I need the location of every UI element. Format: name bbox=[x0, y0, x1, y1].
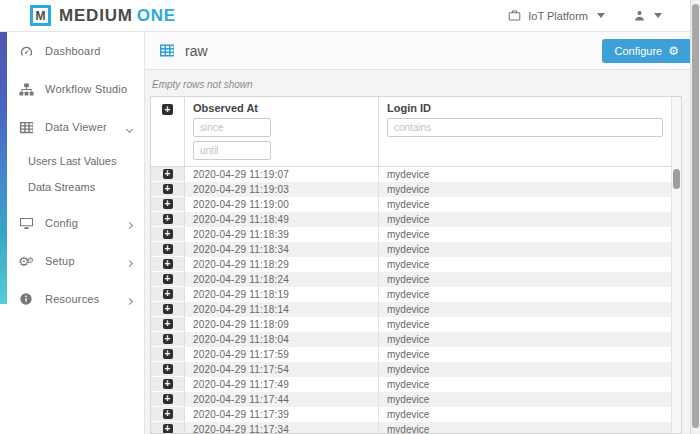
expand-row-button[interactable] bbox=[163, 229, 173, 239]
sidebar-item-label: Setup bbox=[45, 255, 75, 267]
sidebar-nav: Dashboard Workflow Studio Data Viewer bbox=[0, 32, 144, 318]
top-header-bar: M MEDIUMONE IoT Platform bbox=[0, 0, 700, 32]
expand-cell bbox=[151, 167, 185, 182]
observed-at-cell: 2020-04-29 11:17:49 bbox=[185, 377, 379, 392]
contains-filter-input[interactable] bbox=[387, 118, 663, 137]
login-id-cell: mydevice bbox=[379, 407, 671, 422]
expand-all-column-header bbox=[151, 97, 185, 166]
expand-cell bbox=[151, 197, 185, 212]
expand-row-button[interactable] bbox=[163, 274, 173, 284]
table-grid-icon-blue bbox=[159, 42, 175, 59]
table-grid-icon bbox=[18, 120, 34, 135]
data-table: Observed At Login ID bbox=[150, 96, 682, 434]
sidebar-item-label: Resources bbox=[45, 293, 99, 305]
observed-at-cell: 2020-04-29 11:18:29 bbox=[185, 257, 379, 272]
brand-logo[interactable]: M MEDIUMONE bbox=[30, 5, 176, 26]
expand-row-button[interactable] bbox=[163, 334, 173, 344]
expand-row-button[interactable] bbox=[163, 319, 173, 329]
expand-cell bbox=[151, 422, 185, 433]
login-id-column-header: Login ID bbox=[379, 97, 671, 166]
sidebar-item-users-last-values[interactable]: Users Last Values bbox=[0, 148, 144, 174]
expand-row-button[interactable] bbox=[163, 289, 173, 299]
observed-at-cell: 2020-04-29 11:17:39 bbox=[185, 407, 379, 422]
info-circle-icon bbox=[18, 292, 34, 306]
empty-rows-note: Empty rows not shown bbox=[145, 70, 700, 96]
sidebar-item-setup[interactable]: Setup bbox=[0, 242, 144, 280]
table-row: 2020-04-29 11:17:34 mydevice bbox=[151, 422, 671, 433]
table-row: 2020-04-29 11:17:49 mydevice bbox=[151, 377, 671, 392]
table-row: 2020-04-29 11:18:14 mydevice bbox=[151, 302, 671, 317]
medium-one-logo-icon: M bbox=[30, 5, 51, 26]
table-scrollbar bbox=[671, 97, 681, 433]
until-filter-input[interactable] bbox=[193, 141, 271, 160]
table-row: 2020-04-29 11:18:24 mydevice bbox=[151, 272, 671, 287]
expand-row-button[interactable] bbox=[163, 364, 173, 374]
brand-medium: MEDIUM bbox=[59, 6, 133, 25]
sidebar-item-resources[interactable]: Resources bbox=[0, 280, 144, 318]
expand-row-button[interactable] bbox=[163, 214, 173, 224]
page-title: raw bbox=[185, 43, 208, 59]
observed-at-cell: 2020-04-29 11:18:49 bbox=[185, 212, 379, 227]
expand-cell bbox=[151, 362, 185, 377]
expand-cell bbox=[151, 377, 185, 392]
sidebar-item-workflow-studio[interactable]: Workflow Studio bbox=[0, 70, 144, 108]
expand-row-button[interactable] bbox=[163, 304, 173, 314]
logo-letter: M bbox=[36, 9, 46, 23]
sidebar-item-data-viewer[interactable]: Data Viewer bbox=[0, 108, 144, 146]
platform-selector[interactable]: IoT Platform bbox=[506, 9, 605, 22]
user-menu[interactable] bbox=[631, 9, 662, 22]
expand-cell bbox=[151, 287, 185, 302]
observed-at-cell: 2020-04-29 11:19:07 bbox=[185, 167, 379, 182]
since-filter-input[interactable] bbox=[193, 118, 271, 137]
sidebar-item-data-streams[interactable]: Data Streams bbox=[0, 174, 144, 200]
page-scrollbar-thumb[interactable] bbox=[692, 4, 699, 428]
topbar-right-controls: IoT Platform bbox=[506, 9, 662, 22]
configure-button[interactable]: Configure bbox=[602, 39, 692, 63]
expand-cell bbox=[151, 182, 185, 197]
observed-at-cell: 2020-04-29 11:18:24 bbox=[185, 272, 379, 287]
table-body: 2020-04-29 11:19:07 mydevice 2020-04-29 … bbox=[151, 167, 671, 433]
login-id-cell: mydevice bbox=[379, 392, 671, 407]
login-id-cell: mydevice bbox=[379, 242, 671, 257]
table-row: 2020-04-29 11:19:03 mydevice bbox=[151, 182, 671, 197]
expand-row-button[interactable] bbox=[163, 394, 173, 404]
table-row: 2020-04-29 11:17:39 mydevice bbox=[151, 407, 671, 422]
table-row: 2020-04-29 11:17:59 mydevice bbox=[151, 347, 671, 362]
brand-one: ONE bbox=[137, 6, 176, 25]
expand-row-button[interactable] bbox=[163, 259, 173, 269]
briefcase-icon bbox=[506, 9, 522, 22]
observed-at-cell: 2020-04-29 11:18:19 bbox=[185, 287, 379, 302]
table-row: 2020-04-29 11:18:09 mydevice bbox=[151, 317, 671, 332]
table-row: 2020-04-29 11:19:07 mydevice bbox=[151, 167, 671, 182]
chevron-down-icon bbox=[597, 13, 605, 18]
chevron-right-icon bbox=[127, 290, 132, 308]
expand-row-button[interactable] bbox=[163, 244, 173, 254]
observed-at-cell: 2020-04-29 11:18:39 bbox=[185, 227, 379, 242]
observed-at-cell: 2020-04-29 11:17:59 bbox=[185, 347, 379, 362]
expand-row-button[interactable] bbox=[163, 409, 173, 419]
table-row: 2020-04-29 11:18:49 mydevice bbox=[151, 212, 671, 227]
expand-cell bbox=[151, 242, 185, 257]
chevron-down-icon bbox=[127, 118, 132, 136]
expand-row-button[interactable] bbox=[163, 184, 173, 194]
expand-all-button[interactable] bbox=[162, 104, 173, 115]
observed-at-cell: 2020-04-29 11:18:04 bbox=[185, 332, 379, 347]
data-viewer-submenu: Users Last Values Data Streams bbox=[0, 146, 144, 204]
expand-row-button[interactable] bbox=[163, 169, 173, 179]
observed-at-cell: 2020-04-29 11:18:14 bbox=[185, 302, 379, 317]
expand-row-button[interactable] bbox=[163, 199, 173, 209]
expand-row-button[interactable] bbox=[163, 379, 173, 389]
sidebar-item-dashboard[interactable]: Dashboard bbox=[0, 32, 144, 70]
table-scrollbar-thumb[interactable] bbox=[673, 169, 680, 189]
observed-at-cell: 2020-04-29 11:18:09 bbox=[185, 317, 379, 332]
expand-row-button[interactable] bbox=[163, 424, 173, 433]
sidebar-item-label: Workflow Studio bbox=[45, 83, 127, 95]
login-id-cell: mydevice bbox=[379, 197, 671, 212]
table-row: 2020-04-29 11:18:04 mydevice bbox=[151, 332, 671, 347]
expand-cell bbox=[151, 317, 185, 332]
sidebar-item-config[interactable]: Config bbox=[0, 204, 144, 242]
expand-row-button[interactable] bbox=[163, 349, 173, 359]
expand-cell bbox=[151, 392, 185, 407]
sidebar-accent-strip bbox=[0, 32, 7, 304]
table-row: 2020-04-29 11:19:00 mydevice bbox=[151, 197, 671, 212]
